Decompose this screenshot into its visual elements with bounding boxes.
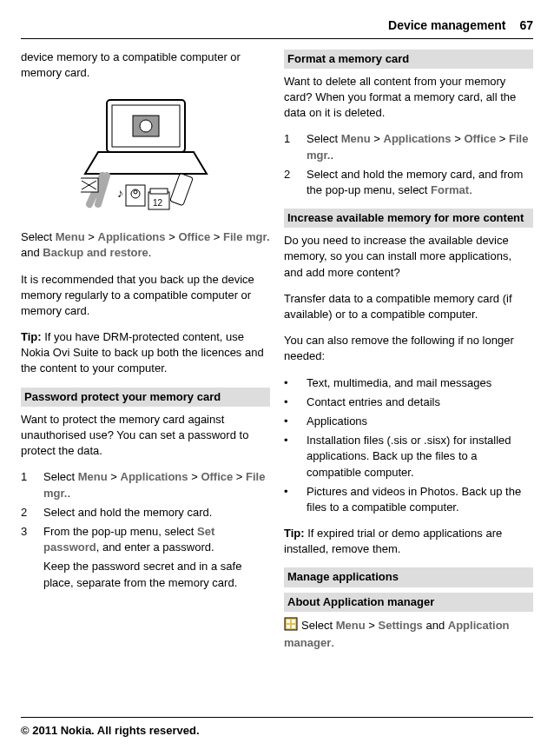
tip-label: Tip: bbox=[284, 527, 305, 540]
svg-point-3 bbox=[140, 120, 152, 132]
filemgr-label: File mgr. bbox=[223, 230, 269, 243]
tip-expired: Tip: If expired trial or demo applicatio… bbox=[284, 526, 533, 557]
svg-rect-17 bbox=[292, 625, 295, 628]
bullet-item: •Contact entries and details bbox=[284, 395, 533, 410]
page-header: Device management 67 bbox=[21, 17, 533, 39]
bullet-item: •Applications bbox=[284, 414, 533, 429]
increase-transfer: Transfer data to a compatible memory car… bbox=[284, 291, 533, 322]
format-intro: Want to delete all content from your mem… bbox=[284, 74, 533, 122]
applications-label: Applications bbox=[98, 230, 166, 243]
tip-drm: Tip: If you have DRM-protected content, … bbox=[21, 329, 270, 377]
intro-text: device memory to a compatible computer o… bbox=[21, 50, 270, 81]
svg-rect-15 bbox=[292, 620, 295, 623]
recommend-text: It is recommended that you back up the d… bbox=[21, 272, 270, 320]
select-path-line: Select Menu > Applications > Office > Fi… bbox=[21, 229, 270, 261]
removal-bullets: •Text, multimedia, and mail messages •Co… bbox=[284, 375, 533, 516]
step-2: 2 Select and hold the memory card. bbox=[21, 505, 270, 521]
backup-label: Backup and restore bbox=[43, 246, 148, 259]
bullet-item: •Installation files (.sis or .sisx) for … bbox=[284, 433, 533, 481]
format-steps: 1 Select Menu > Applications > Office > … bbox=[284, 131, 533, 198]
tip-label: Tip: bbox=[21, 330, 42, 343]
increase-remove-intro: You can also remove the following if no … bbox=[284, 333, 533, 364]
format-step-2: 2 Select and hold the memory card, and f… bbox=[284, 167, 533, 198]
bullet-item: •Pictures and videos in Photos. Back up … bbox=[284, 484, 533, 515]
keep-secret-text: Keep the password secret and in a safe p… bbox=[43, 559, 270, 590]
svg-rect-12 bbox=[169, 173, 193, 205]
manage-apps-heading: Manage applications bbox=[284, 567, 533, 587]
svg-rect-6 bbox=[126, 185, 145, 206]
step-1: 1 Select Menu > Applications > Office > … bbox=[21, 469, 270, 501]
svg-text:♪: ♪ bbox=[117, 186, 123, 200]
format-label: Format bbox=[431, 183, 469, 196]
format-heading: Format a memory card bbox=[284, 50, 533, 69]
step-3: 3 From the pop-up menu, select Set passw… bbox=[21, 524, 270, 555]
increase-memory-heading: Increase available memory for more conte… bbox=[284, 209, 533, 228]
svg-text:12: 12 bbox=[153, 198, 163, 208]
left-column: device memory to a compatible computer o… bbox=[21, 50, 270, 662]
page-number: 67 bbox=[519, 17, 533, 35]
format-step-1: 1 Select Menu > Applications > Office > … bbox=[284, 131, 533, 162]
office-label: Office bbox=[178, 230, 210, 243]
bullet-item: •Text, multimedia, and mail messages bbox=[284, 375, 533, 391]
right-column: Format a memory card Want to delete all … bbox=[284, 50, 533, 662]
content-columns: device memory to a compatible computer o… bbox=[21, 50, 533, 662]
about-app-manager-heading: About Application manager bbox=[284, 593, 533, 612]
header-title: Device management bbox=[388, 17, 505, 35]
svg-rect-16 bbox=[287, 625, 290, 628]
menu-label: Menu bbox=[56, 230, 85, 243]
footer-copyright: © 2011 Nokia. All rights reserved. bbox=[21, 717, 533, 739]
about-line: Select Menu > Settings and Application m… bbox=[284, 617, 533, 651]
password-protect-heading: Password protect your memory card bbox=[21, 388, 270, 407]
laptop-illustration: ♪ 12 bbox=[21, 91, 270, 217]
app-manager-icon bbox=[284, 617, 298, 635]
password-steps: 1 Select Menu > Applications > Office > … bbox=[21, 469, 270, 590]
svg-rect-10 bbox=[150, 189, 168, 194]
password-intro: Want to protect the memory card against … bbox=[21, 412, 270, 460]
increase-intro: Do you need to increase the available de… bbox=[284, 233, 533, 281]
svg-rect-14 bbox=[287, 620, 290, 623]
